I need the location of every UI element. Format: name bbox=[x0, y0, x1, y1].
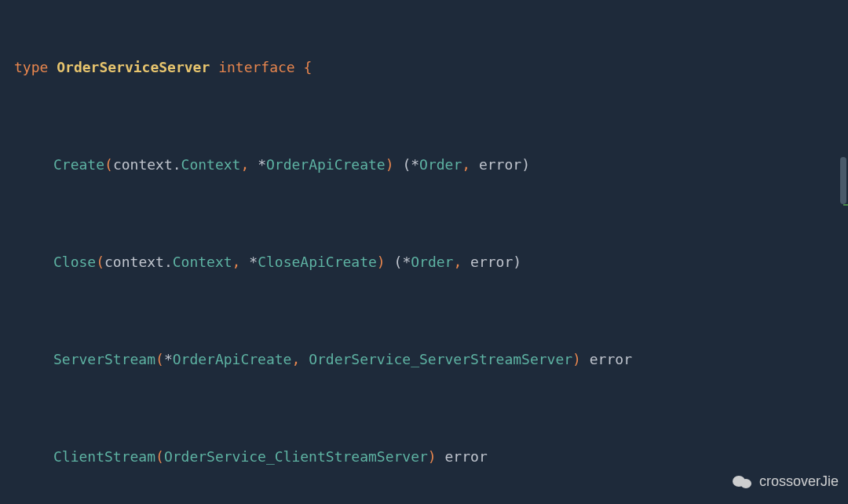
code-line: ClientStream(OrderService_ClientStreamSe… bbox=[9, 444, 848, 469]
code-line: type OrderServiceServer interface { bbox=[9, 55, 848, 79]
code-line: Close(context.Context, *CloseApiCreate) … bbox=[9, 250, 848, 274]
scrollbar-thumb[interactable] bbox=[840, 157, 846, 204]
watermark-text: crossoverJie bbox=[759, 473, 839, 490]
code-editor[interactable]: type OrderServiceServer interface { Crea… bbox=[0, 0, 848, 504]
code-line: Create(context.Context, *OrderApiCreate)… bbox=[9, 152, 848, 177]
wechat-icon bbox=[733, 473, 755, 490]
code-line: ServerStream(*OrderApiCreate, OrderServi… bbox=[9, 347, 848, 371]
change-indicator bbox=[843, 204, 848, 206]
watermark: crossoverJie bbox=[733, 473, 839, 490]
